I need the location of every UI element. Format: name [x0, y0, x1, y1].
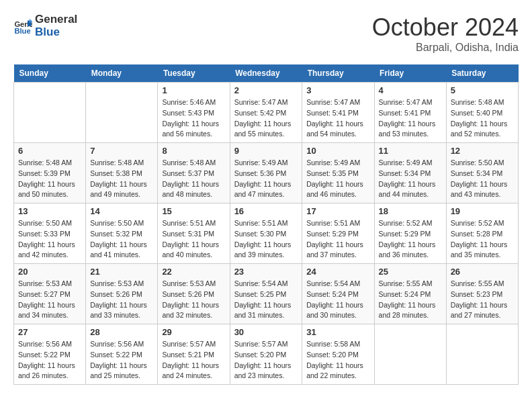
daylight-text-cont: and 32 minutes.	[162, 310, 225, 321]
daylight-text: Daylight: 11 hours	[162, 179, 225, 190]
sunrise-text: Sunrise: 5:51 AM	[162, 218, 225, 229]
calendar-cell: 7Sunrise: 5:48 AMSunset: 5:38 PMDaylight…	[86, 143, 158, 203]
day-number: 8	[162, 146, 225, 156]
day-info: Sunrise: 5:47 AMSunset: 5:41 PMDaylight:…	[306, 97, 369, 140]
sunrise-text: Sunrise: 5:52 AM	[451, 218, 514, 229]
day-number: 30	[234, 327, 298, 337]
daylight-text: Daylight: 11 hours	[451, 119, 514, 130]
sunset-text: Sunset: 5:34 PM	[379, 169, 442, 179]
daylight-text-cont: and 48 minutes.	[162, 189, 225, 200]
day-number: 26	[451, 267, 514, 277]
calendar-cell: 12Sunrise: 5:50 AMSunset: 5:34 PMDayligh…	[446, 143, 518, 203]
daylight-text-cont: and 52 minutes.	[451, 129, 514, 140]
daylight-text-cont: and 25 minutes.	[90, 371, 153, 381]
day-info: Sunrise: 5:56 AMSunset: 5:22 PMDaylight:…	[18, 339, 81, 381]
calendar-cell	[446, 324, 518, 385]
daylight-text-cont: and 44 minutes.	[379, 189, 442, 200]
calendar-cell: 25Sunrise: 5:55 AMSunset: 5:24 PMDayligh…	[374, 264, 446, 324]
calendar-cell: 10Sunrise: 5:49 AMSunset: 5:35 PMDayligh…	[302, 143, 374, 203]
calendar-week-3: 13Sunrise: 5:50 AMSunset: 5:33 PMDayligh…	[14, 203, 519, 264]
calendar-cell: 19Sunrise: 5:52 AMSunset: 5:28 PMDayligh…	[446, 203, 518, 264]
daylight-text-cont: and 28 minutes.	[379, 310, 442, 321]
sunrise-text: Sunrise: 5:48 AM	[162, 158, 225, 169]
day-number: 7	[90, 146, 153, 156]
daylight-text-cont: and 23 minutes.	[234, 371, 298, 381]
calendar-cell: 29Sunrise: 5:57 AMSunset: 5:21 PMDayligh…	[158, 324, 230, 385]
sunrise-text: Sunrise: 5:56 AM	[18, 339, 81, 350]
daylight-text: Daylight: 11 hours	[18, 240, 81, 250]
day-info: Sunrise: 5:57 AMSunset: 5:20 PMDaylight:…	[234, 339, 298, 381]
calendar-cell: 11Sunrise: 5:49 AMSunset: 5:34 PMDayligh…	[374, 143, 446, 203]
day-info: Sunrise: 5:55 AMSunset: 5:23 PMDaylight:…	[451, 279, 514, 321]
day-number: 5	[451, 85, 514, 95]
calendar-week-4: 20Sunrise: 5:53 AMSunset: 5:27 PMDayligh…	[14, 264, 519, 324]
sunrise-text: Sunrise: 5:47 AM	[379, 97, 442, 108]
calendar-cell: 23Sunrise: 5:54 AMSunset: 5:25 PMDayligh…	[230, 264, 302, 324]
sunrise-text: Sunrise: 5:53 AM	[90, 279, 153, 289]
sunrise-text: Sunrise: 5:53 AM	[162, 279, 225, 289]
sunset-text: Sunset: 5:28 PM	[451, 229, 514, 240]
daylight-text: Daylight: 11 hours	[379, 240, 442, 250]
daylight-text: Daylight: 11 hours	[162, 119, 225, 130]
day-number: 13	[18, 206, 81, 216]
calendar-cell: 18Sunrise: 5:52 AMSunset: 5:29 PMDayligh…	[374, 203, 446, 264]
day-info: Sunrise: 5:49 AMSunset: 5:35 PMDaylight:…	[306, 158, 369, 200]
calendar-cell: 8Sunrise: 5:48 AMSunset: 5:37 PMDaylight…	[158, 143, 230, 203]
sunset-text: Sunset: 5:22 PM	[18, 350, 81, 361]
calendar-cell: 5Sunrise: 5:48 AMSunset: 5:40 PMDaylight…	[446, 83, 518, 143]
day-header-monday: Monday	[86, 64, 158, 83]
svg-text:Blue: Blue	[14, 27, 30, 35]
daylight-text: Daylight: 11 hours	[234, 300, 298, 311]
day-number: 17	[306, 206, 369, 216]
daylight-text: Daylight: 11 hours	[379, 119, 442, 130]
day-info: Sunrise: 5:53 AMSunset: 5:26 PMDaylight:…	[90, 279, 153, 321]
daylight-text: Daylight: 11 hours	[379, 179, 442, 190]
calendar-cell: 1Sunrise: 5:46 AMSunset: 5:43 PMDaylight…	[158, 83, 230, 143]
daylight-text-cont: and 30 minutes.	[306, 310, 369, 321]
logo-line2: Blue	[35, 26, 77, 39]
sunset-text: Sunset: 5:37 PM	[162, 169, 225, 179]
day-number: 3	[306, 85, 369, 95]
day-info: Sunrise: 5:54 AMSunset: 5:24 PMDaylight:…	[306, 279, 369, 321]
sunset-text: Sunset: 5:30 PM	[234, 229, 298, 240]
sunrise-text: Sunrise: 5:47 AM	[306, 97, 369, 108]
day-header-saturday: Saturday	[446, 64, 518, 83]
day-header-tuesday: Tuesday	[158, 64, 230, 83]
day-number: 22	[162, 267, 225, 277]
day-number: 21	[90, 267, 153, 277]
calendar-cell: 27Sunrise: 5:56 AMSunset: 5:22 PMDayligh…	[14, 324, 86, 385]
day-number: 24	[306, 267, 369, 277]
daylight-text: Daylight: 11 hours	[162, 240, 225, 250]
daylight-text-cont: and 47 minutes.	[234, 189, 298, 200]
daylight-text-cont: and 40 minutes.	[162, 250, 225, 261]
sunset-text: Sunset: 5:41 PM	[379, 108, 442, 119]
sunrise-text: Sunrise: 5:57 AM	[234, 339, 298, 350]
calendar-cell: 24Sunrise: 5:54 AMSunset: 5:24 PMDayligh…	[302, 264, 374, 324]
sunset-text: Sunset: 5:31 PM	[162, 229, 225, 240]
day-info: Sunrise: 5:46 AMSunset: 5:43 PMDaylight:…	[162, 97, 225, 140]
day-header-thursday: Thursday	[302, 64, 374, 83]
page-header: General Blue General Blue October 2024 B…	[13, 13, 519, 54]
day-number: 20	[18, 267, 81, 277]
logo-icon: General Blue	[13, 17, 32, 36]
daylight-text-cont: and 37 minutes.	[306, 250, 369, 261]
daylight-text: Daylight: 11 hours	[379, 300, 442, 311]
day-info: Sunrise: 5:48 AMSunset: 5:37 PMDaylight:…	[162, 158, 225, 200]
day-info: Sunrise: 5:49 AMSunset: 5:34 PMDaylight:…	[379, 158, 442, 200]
daylight-text: Daylight: 11 hours	[18, 179, 81, 190]
sunrise-text: Sunrise: 5:51 AM	[234, 218, 298, 229]
sunset-text: Sunset: 5:34 PM	[451, 169, 514, 179]
sunrise-text: Sunrise: 5:53 AM	[18, 279, 81, 289]
sunrise-text: Sunrise: 5:48 AM	[451, 97, 514, 108]
daylight-text: Daylight: 11 hours	[90, 361, 153, 371]
sunrise-text: Sunrise: 5:46 AM	[162, 97, 225, 108]
sunrise-text: Sunrise: 5:55 AM	[379, 279, 442, 289]
day-info: Sunrise: 5:49 AMSunset: 5:36 PMDaylight:…	[234, 158, 298, 200]
daylight-text-cont: and 49 minutes.	[90, 189, 153, 200]
calendar-cell	[374, 324, 446, 385]
calendar-cell: 28Sunrise: 5:56 AMSunset: 5:22 PMDayligh…	[86, 324, 158, 385]
daylight-text-cont: and 33 minutes.	[90, 310, 153, 321]
calendar-week-1: 1Sunrise: 5:46 AMSunset: 5:43 PMDaylight…	[14, 83, 519, 143]
day-number: 2	[234, 85, 298, 95]
sunrise-text: Sunrise: 5:54 AM	[234, 279, 298, 289]
